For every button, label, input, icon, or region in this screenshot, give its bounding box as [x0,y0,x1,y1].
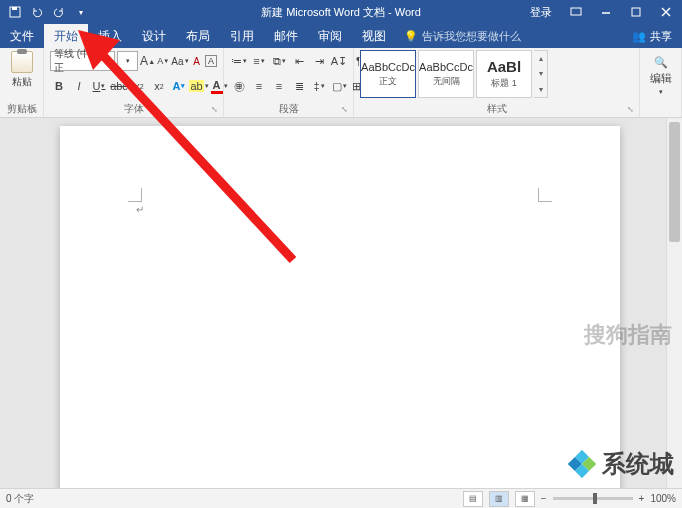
paragraph-launcher-icon[interactable]: ⤡ [341,105,351,115]
paste-button[interactable]: 粘贴 [6,50,38,90]
qat-customize-icon[interactable]: ▾ [72,3,90,21]
style-no-spacing[interactable]: AaBbCcDc 无间隔 [418,50,474,98]
scrollbar-thumb[interactable] [669,122,680,242]
increase-indent-button[interactable]: ⇥ [310,51,328,71]
maximize-icon[interactable] [622,0,650,24]
tab-insert[interactable]: 插入 [88,24,132,48]
shading-button[interactable]: ▢▾ [330,76,348,96]
zoom-in-icon[interactable]: + [639,493,645,504]
text-cursor: ↵ [136,204,144,215]
change-case-icon[interactable]: Aa▾ [171,51,188,71]
title-bar: ▾ 新建 Microsoft Word 文档 - Word 登录 [0,0,682,24]
align-left-button[interactable]: ≡ [230,76,248,96]
font-group-label: 字体 [44,102,223,116]
style-name: 无间隔 [433,75,460,88]
zoom-slider[interactable] [553,497,633,500]
clipboard-icon [11,51,33,73]
group-paragraph: ≔▾ ≡▾ ⧉▾ ⇤ ⇥ A↧ ¶ ≡ ≡ ≡ ≣ ‡▾ ▢▾ ⊞▾ 段落 ⤡ [224,48,354,117]
ribbon: 粘贴 剪贴板 ⤡ 等线 (中文正▾ ▾ A▲ A▼ Aa▾ A A B I U▾… [0,48,682,118]
italic-button[interactable]: I [70,76,88,96]
font-name-select[interactable]: 等线 (中文正▾ [50,51,115,71]
subscript-button[interactable]: x2 [130,76,148,96]
quick-access-toolbar: ▾ [0,0,96,24]
tab-file[interactable]: 文件 [0,24,44,48]
undo-icon[interactable] [28,3,46,21]
group-editing: 🔍 编辑 ▾ [640,48,682,117]
word-count[interactable]: 0 个字 [6,492,34,506]
ribbon-tabs: 文件 开始 插入 设计 布局 引用 邮件 审阅 视图 💡 告诉我您想要做什么 👥… [0,24,682,48]
superscript-button[interactable]: x2 [150,76,168,96]
sort-button[interactable]: A↧ [330,51,348,71]
tab-design[interactable]: 设计 [132,24,176,48]
tab-references[interactable]: 引用 [220,24,264,48]
clear-format-icon[interactable]: A [191,51,203,71]
style-name: 正文 [379,75,397,88]
tab-layout[interactable]: 布局 [176,24,220,48]
align-center-button[interactable]: ≡ [250,76,268,96]
zoom-level[interactable]: 100% [650,493,676,504]
vertical-scrollbar[interactable] [666,118,682,488]
web-layout-icon[interactable]: ▦ [515,491,535,507]
underline-button[interactable]: U▾ [90,76,108,96]
multilevel-button[interactable]: ⧉▾ [270,51,288,71]
font-size-select[interactable]: ▾ [117,51,138,71]
share-icon: 👥 [632,30,646,43]
group-clipboard: 粘贴 剪贴板 ⤡ [0,48,44,117]
svg-rect-4 [632,8,640,16]
numbering-button[interactable]: ≡▾ [250,51,268,71]
print-layout-icon[interactable]: ▥ [489,491,509,507]
svg-rect-2 [571,8,581,15]
justify-button[interactable]: ≣ [290,76,308,96]
style-preview: AaBbCcDc [419,61,473,73]
align-right-button[interactable]: ≡ [270,76,288,96]
styles-more-icon[interactable]: ▴▾▾ [534,50,548,98]
read-mode-icon[interactable]: ▤ [463,491,483,507]
tab-home[interactable]: 开始 [44,24,88,48]
shrink-font-icon[interactable]: A▼ [157,51,169,71]
phonetic-guide-icon[interactable]: A [205,51,217,71]
page[interactable]: ↵ [60,126,620,488]
editing-label: 编辑 [650,71,672,86]
login-button[interactable]: 登录 [522,0,560,24]
tell-me-text: 告诉我您想要做什么 [422,29,521,44]
share-button[interactable]: 👥 共享 [622,24,682,48]
bold-button[interactable]: B [50,76,68,96]
line-spacing-button[interactable]: ‡▾ [310,76,328,96]
clipboard-launcher-icon[interactable]: ⤡ [31,105,41,115]
tell-me[interactable]: 💡 告诉我您想要做什么 [396,24,529,48]
style-preview: AaBl [487,58,521,75]
paragraph-group-label: 段落 [224,102,353,116]
styles-launcher-icon[interactable]: ⤡ [627,105,637,115]
editing-button[interactable]: 🔍 编辑 ▾ [650,56,672,96]
style-heading1[interactable]: AaBl 标题 1 [476,50,532,98]
margin-corner-icon [128,188,142,202]
grow-font-icon[interactable]: A▲ [140,51,155,71]
find-icon: 🔍 [654,56,668,69]
document-area: ↵ [0,118,682,488]
highlight-button[interactable]: ab▾ [190,76,208,96]
styles-group-label: 样式 [354,102,639,116]
style-preview: AaBbCcDc [361,61,415,73]
save-icon[interactable] [6,3,24,21]
window-controls: 登录 [522,0,682,24]
tab-view[interactable]: 视图 [352,24,396,48]
strikethrough-button[interactable]: abc [110,76,128,96]
text-effects-button[interactable]: A▾ [170,76,188,96]
status-bar: 0 个字 ▤ ▥ ▦ − + 100% [0,488,682,508]
margin-corner-icon [538,188,552,202]
bullets-button[interactable]: ≔▾ [230,51,248,71]
lightbulb-icon: 💡 [404,30,418,43]
zoom-out-icon[interactable]: − [541,493,547,504]
font-launcher-icon[interactable]: ⤡ [211,105,221,115]
minimize-icon[interactable] [592,0,620,24]
tab-mailings[interactable]: 邮件 [264,24,308,48]
ribbon-display-icon[interactable] [562,0,590,24]
tab-review[interactable]: 审阅 [308,24,352,48]
svg-rect-1 [12,7,17,10]
style-normal[interactable]: AaBbCcDc 正文 [360,50,416,98]
decrease-indent-button[interactable]: ⇤ [290,51,308,71]
close-icon[interactable] [652,0,680,24]
share-label: 共享 [650,29,672,44]
paste-label: 粘贴 [12,75,32,89]
redo-icon[interactable] [50,3,68,21]
